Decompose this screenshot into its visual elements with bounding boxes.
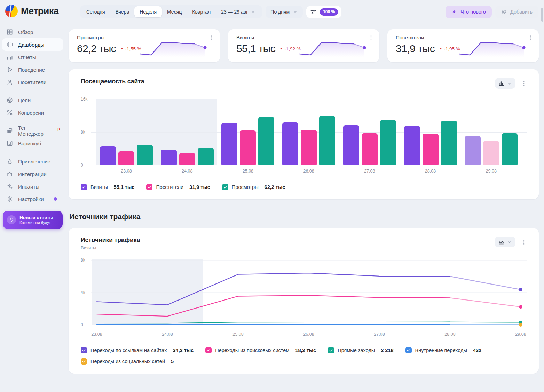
legend-label: Визиты: [90, 184, 108, 190]
period-tab[interactable]: Вчера: [110, 6, 135, 17]
kpi-menu-button[interactable]: [368, 34, 375, 41]
sidebar-item-variocube[interactable]: Вариокуб: [2, 137, 63, 150]
legend-item[interactable]: Переходы из социальных сетей5: [81, 358, 174, 365]
chart-type-select[interactable]: [495, 237, 515, 247]
widget-menu-button[interactable]: [520, 80, 527, 87]
bar[interactable]: [483, 141, 499, 165]
bar[interactable]: [137, 145, 153, 165]
widget-menu-button[interactable]: [520, 239, 527, 246]
bar[interactable]: [502, 133, 518, 165]
bar[interactable]: [118, 151, 134, 165]
bar-group-28.08[interactable]: [404, 121, 457, 165]
kpi-menu-button[interactable]: [208, 34, 215, 41]
kpi-card[interactable]: Просмотры62,2 тыс-1,55 %: [69, 29, 220, 62]
bar[interactable]: [221, 123, 237, 165]
sampling-button[interactable]: 100 %: [306, 6, 341, 18]
kpi-value: 31,9 тыс: [396, 43, 435, 55]
bar-group-25.08[interactable]: [221, 117, 274, 165]
x-tick: 23.08: [91, 332, 102, 337]
cube-icon: [6, 140, 13, 147]
bar-group-23.08[interactable]: [100, 145, 153, 165]
legend-item[interactable]: Просмотры62,2 тыс: [222, 184, 285, 190]
chart-type-select[interactable]: [495, 78, 515, 89]
bar[interactable]: [380, 120, 396, 165]
bar[interactable]: [258, 117, 274, 165]
chart-title: Источники трафика: [81, 237, 140, 244]
sidebar-item-settings[interactable]: Настройки: [2, 193, 63, 205]
line-chart-plot[interactable]: 8k4k0: [81, 259, 527, 328]
kpi-change: -1,92 %: [279, 46, 301, 51]
new-reports-promo-button[interactable]: Новые отчеты Какими они будут: [3, 211, 63, 229]
legend-item[interactable]: Внутренние переходы432: [405, 347, 482, 353]
sidebar-item-reports[interactable]: Отчеты: [2, 51, 63, 63]
legend-item[interactable]: Переходы из поисковых систем18,2 тыс: [205, 347, 316, 353]
add-widget-button[interactable]: Добавить: [495, 6, 538, 18]
kpi-menu-button[interactable]: [527, 34, 534, 41]
sidebar-item-conversions[interactable]: Конверсии: [2, 106, 63, 119]
bar-chart-plot[interactable]: 16k8k0: [81, 99, 527, 165]
legend-checkbox[interactable]: [81, 358, 87, 365]
legend-checkbox[interactable]: [81, 347, 87, 353]
bar[interactable]: [465, 136, 481, 165]
bar[interactable]: [179, 153, 195, 165]
legend-label: Переходы из поисковых систем: [215, 347, 289, 353]
bar-group-27.08[interactable]: [343, 120, 396, 165]
legend-item[interactable]: Переходы по ссылкам на сайтах34,2 тыс: [81, 347, 194, 353]
legend-checkbox[interactable]: [222, 184, 228, 190]
legend-checkbox[interactable]: [146, 184, 152, 190]
sidebar-item-goals[interactable]: Цели: [2, 94, 63, 106]
legend-checkbox[interactable]: [328, 347, 334, 353]
granularity-select[interactable]: По дням: [266, 6, 303, 18]
bar-chart-legend: Визиты55,1 тысПосетители31,9 тысПросмотр…: [81, 184, 527, 190]
reports-icon: [6, 54, 13, 61]
scrollbar[interactable]: [541, 8, 543, 22]
sidebar-item-behavior[interactable]: Поведение: [2, 63, 63, 76]
legend-label: Посетители: [156, 184, 183, 190]
bar[interactable]: [301, 130, 317, 165]
date-range-select[interactable]: 23 — 29 авг: [216, 6, 261, 17]
bar-group-29.08[interactable]: [465, 133, 518, 165]
bar[interactable]: [161, 150, 177, 165]
bar-group-26.08[interactable]: [282, 116, 335, 165]
period-tab[interactable]: Месяц: [162, 6, 187, 17]
promo-title: Новые отчеты: [19, 215, 53, 220]
sidebar-item-label: Инсайты: [18, 184, 39, 190]
bar[interactable]: [423, 134, 439, 165]
kpi-card[interactable]: Визиты55,1 тыс-1,92 %: [228, 29, 379, 62]
x-tick: 28.08: [444, 332, 455, 337]
sidebar-item-tag-manager[interactable]: Тег Менеджерβ: [2, 125, 63, 137]
period-tab[interactable]: Неделя: [134, 6, 162, 17]
traffic-sources-chart-card: Источники трафика Визиты 8k4k0 23.0824.0…: [69, 228, 539, 374]
legend-checkbox[interactable]: [81, 184, 87, 190]
bar-group-24.08[interactable]: [161, 148, 214, 165]
bar[interactable]: [343, 125, 359, 165]
bar[interactable]: [362, 133, 378, 165]
bar[interactable]: [240, 130, 256, 165]
grid-icon: [6, 29, 13, 35]
logo[interactable]: Метрика: [0, 5, 66, 17]
sidebar-item-visitors[interactable]: Посетители: [2, 76, 63, 88]
sidebar-item-dashboards[interactable]: Дашборды: [2, 38, 63, 51]
kpi-card[interactable]: Посетители31,9 тыс-1,95 %: [387, 29, 539, 62]
bar[interactable]: [319, 116, 335, 165]
chart-title: Посещаемость сайта: [81, 78, 144, 85]
bar[interactable]: [404, 126, 420, 165]
legend-item[interactable]: Визиты55,1 тыс: [81, 184, 134, 190]
legend-checkbox[interactable]: [205, 347, 212, 353]
whats-new-button[interactable]: Что нового: [446, 6, 492, 18]
legend-item[interactable]: Посетители31,9 тыс: [146, 184, 210, 190]
kpi-change: -1,55 %: [120, 46, 141, 51]
sidebar-item-acquisition[interactable]: Привлечение: [2, 155, 63, 168]
sidebar-item-integrations[interactable]: Интеграции: [2, 168, 63, 180]
bar[interactable]: [100, 146, 116, 165]
period-tab[interactable]: Квартал: [187, 6, 216, 17]
legend-checkbox[interactable]: [405, 347, 412, 353]
bar[interactable]: [441, 121, 457, 165]
sidebar-item-insights[interactable]: Инсайты: [2, 180, 63, 193]
sidebar-item-overview[interactable]: Обзор: [2, 26, 63, 38]
down-triangle-icon: [439, 47, 442, 50]
bar[interactable]: [198, 148, 214, 165]
bar[interactable]: [282, 122, 298, 165]
period-tab[interactable]: Сегодня: [81, 6, 110, 17]
legend-item[interactable]: Прямые заходы2 218: [328, 347, 393, 353]
